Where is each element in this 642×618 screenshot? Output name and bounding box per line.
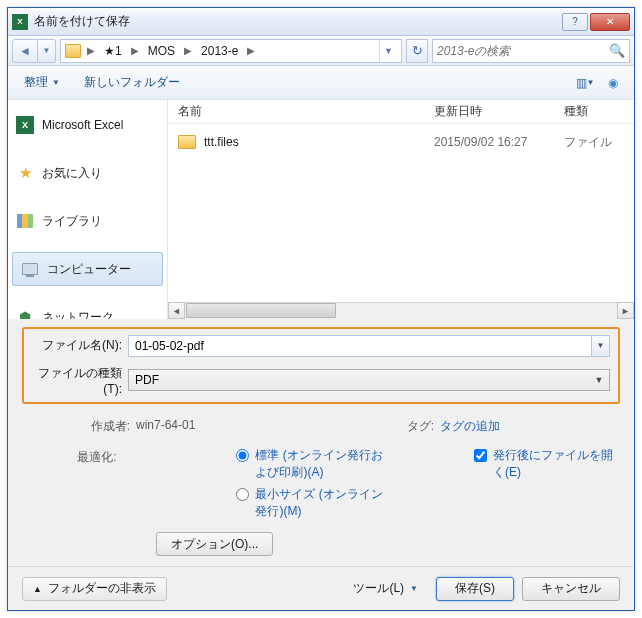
sidebar-item-libraries[interactable]: ライブラリ [8,204,167,238]
organize-button[interactable]: 整理 ▼ [16,71,68,95]
filename-label: ファイル名(N): [32,337,128,354]
sidebar: X Microsoft Excel ★ お気に入り ライブラリ コンピューター … [8,100,168,319]
sidebar-item-network[interactable]: ⬢ ネットワーク [8,300,167,319]
cancel-button[interactable]: キャンセル [522,577,620,601]
toolbar: 整理 ▼ 新しいフォルダー ▥ ▼ ◉ [8,66,634,100]
new-folder-button[interactable]: 新しいフォルダー [76,71,188,95]
chevron-down-icon: ▼ [591,371,607,389]
author-label: 作成者: [22,418,136,435]
chevron-right-icon: ▶ [243,45,259,56]
search-icon[interactable]: 🔍 [609,43,625,58]
search-input[interactable] [437,44,609,58]
horizontal-scrollbar[interactable]: ◄ ► [168,302,634,319]
file-list[interactable]: ttt.files 2015/09/02 16:27 ファイル ◄ ► [168,124,634,319]
titlebar: X 名前を付けて保存 ? ✕ [8,8,634,36]
close-button[interactable]: ✕ [590,13,630,31]
optimize-minimum-radio[interactable]: 最小サイズ (オンライン発行)(M) [236,486,393,520]
header-name[interactable]: 名前 [178,103,434,120]
breadcrumb-item[interactable]: 2013-e [198,42,241,60]
nav-history-dropdown[interactable]: ▼ [38,39,56,63]
star-icon: ★ [16,164,34,182]
chevron-up-icon: ▲ [33,584,42,594]
tags-value[interactable]: タグの追加 [440,418,500,435]
folder-icon [65,44,81,58]
chevron-right-icon: ▶ [180,45,196,56]
breadcrumb-item[interactable]: MOS [145,42,178,60]
window-title: 名前を付けて保存 [34,13,562,30]
footer: ▲ フォルダーの非表示 ツール(L) ▼ 保存(S) キャンセル [8,566,634,610]
column-headers: 名前 更新日時 種類 [168,100,634,124]
nav-bar: ◄ ▼ ▶ ★1 ▶ MOS ▶ 2013-e ▶ ▼ ↻ 🔍 [8,36,634,66]
search-box[interactable]: 🔍 [432,39,630,63]
hide-folders-button[interactable]: ▲ フォルダーの非表示 [22,577,167,601]
filename-dropdown[interactable]: ▼ [592,335,610,357]
optimize-standard-radio[interactable]: 標準 (オンライン発行および印刷)(A) [236,447,393,481]
save-as-dialog: X 名前を付けて保存 ? ✕ ◄ ▼ ▶ ★1 ▶ MOS ▶ 2013-e ▶… [7,7,635,611]
scroll-thumb[interactable] [186,303,336,318]
optimize-label: 最適化: [22,447,122,520]
sidebar-item-computer[interactable]: コンピューター [12,252,163,286]
scroll-right-button[interactable]: ► [617,302,634,319]
highlight-box: ファイル名(N): ▼ ファイルの種類(T): PDF ▼ [22,327,620,404]
filetype-label: ファイルの種類(T): [32,365,128,396]
header-type[interactable]: 種類 [564,103,624,120]
filename-input[interactable] [128,335,592,357]
network-icon: ⬢ [16,308,34,319]
options-button[interactable]: オプション(O)... [156,532,273,556]
help-icon[interactable]: ◉ [600,72,626,94]
breadcrumb-item[interactable]: ★1 [101,42,125,60]
help-button[interactable]: ? [562,13,588,31]
metadata-area: 作成者: win7-64-01 タグ: タグの追加 最適化: 標準 (オンライン… [8,414,634,566]
save-button[interactable]: 保存(S) [436,577,514,601]
file-panel: 名前 更新日時 種類 ttt.files 2015/09/02 16:27 ファ… [168,100,634,319]
header-date[interactable]: 更新日時 [434,103,564,120]
form-area: ファイル名(N): ▼ ファイルの種類(T): PDF ▼ [8,319,634,414]
nav-back-button[interactable]: ◄ [12,39,38,63]
file-row[interactable]: ttt.files 2015/09/02 16:27 ファイル [178,130,624,154]
tags-label: タグ: [394,418,440,435]
chevron-down-icon: ▼ [52,78,60,87]
breadcrumb-bar[interactable]: ▶ ★1 ▶ MOS ▶ 2013-e ▶ ▼ [60,39,402,63]
filetype-combo[interactable]: PDF ▼ [128,369,610,391]
scroll-left-button[interactable]: ◄ [168,302,185,319]
view-button[interactable]: ▥ ▼ [572,72,598,94]
folder-icon [178,135,196,149]
sidebar-item-favorites[interactable]: ★ お気に入り [8,156,167,190]
content-area: X Microsoft Excel ★ お気に入り ライブラリ コンピューター … [8,100,634,319]
sidebar-item-excel[interactable]: X Microsoft Excel [8,108,167,142]
breadcrumb-dropdown[interactable]: ▼ [379,40,397,62]
chevron-right-icon: ▶ [83,45,99,56]
tools-button[interactable]: ツール(L) ▼ [343,577,428,601]
chevron-right-icon: ▶ [127,45,143,56]
library-icon [16,212,34,230]
open-after-checkbox[interactable]: 発行後にファイルを開く(E) [474,447,620,481]
excel-app-icon: X [12,14,28,30]
author-value[interactable]: win7-64-01 [136,418,195,435]
computer-icon [21,260,39,278]
refresh-button[interactable]: ↻ [406,39,428,63]
chevron-down-icon: ▼ [410,584,418,593]
excel-icon: X [16,116,34,134]
